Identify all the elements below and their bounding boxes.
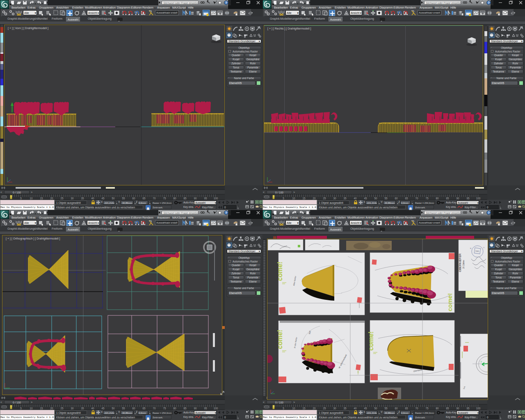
svg-text:come!: come! [276,330,283,349]
svg-text:come!: come! [368,331,374,351]
svg-text:come!: come! [446,293,453,311]
svg-text:OBERKIEFER: OBERKIEFER [459,253,461,272]
svg-text:O: O [483,247,484,249]
svg-text:come!: come! [276,262,283,281]
svg-text:20 Zähne: 20 Zähne [462,260,465,269]
svg-text:N: N [470,247,471,249]
